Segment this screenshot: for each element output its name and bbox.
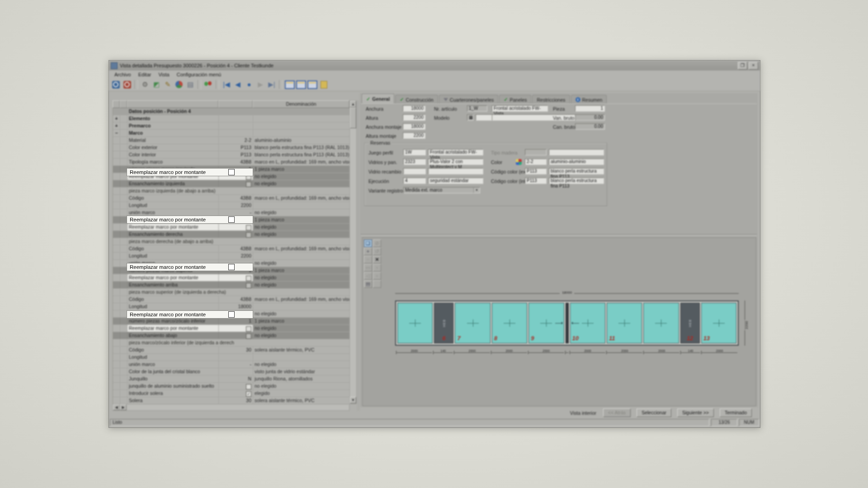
table-row-reemplazar-marco-por-montante[interactable]: Reemplazar marco por montanteno elegido [113, 274, 350, 282]
table-row-longitud[interactable]: Longitud [113, 354, 350, 361]
window-layout-1-icon[interactable] [285, 80, 295, 89]
row-value[interactable] [219, 282, 253, 288]
table-row-pieza-marco-z-calo-inferior-de-izquierda-a-derech[interactable]: pieza marco/zócalo inferior (de izquierd… [113, 339, 350, 347]
highlighted-row-reemplazar-marco[interactable]: Reemplazar marco por montante [127, 311, 253, 318]
row-value[interactable] [219, 325, 253, 332]
table-row-c-digo[interactable]: Código43B8marco en L, profundidad: 169 m… [113, 296, 350, 303]
table-row-introducir-solera[interactable]: Introducir solera✓elegido [113, 390, 350, 397]
table-row-elemento[interactable]: +Elemento [113, 115, 350, 122]
input-can-bruto[interactable]: 0.00 [575, 123, 605, 130]
input-vidrio-recambio[interactable] [403, 168, 426, 174]
highlighted-row-reemplazar-marco[interactable]: Reemplazar marco por montante [127, 216, 253, 223]
nav-last-icon[interactable]: ▶| [267, 80, 277, 89]
close-button[interactable]: × [749, 62, 758, 70]
table-header-cell[interactable]: Denominación [253, 100, 349, 108]
table-row-ensanchamiento-izquierda[interactable]: Ensanchamiento izquierdano elegido [113, 180, 350, 188]
steel-post[interactable]: HEB6 [434, 303, 453, 343]
glass-pane[interactable]: 13 [701, 303, 736, 343]
input-altura-montaje[interactable]: 2200 [403, 132, 425, 139]
checkbox-unchecked[interactable] [246, 384, 251, 389]
window-layout-2-icon[interactable] [296, 80, 306, 89]
export-document-icon[interactable] [319, 80, 329, 89]
input-color[interactable]: 2-2 [525, 159, 547, 165]
no-action-icon[interactable]: ⊘ [373, 239, 381, 247]
table-row-reemplazar-marco-por-montante[interactable]: Reemplazar marco por montanteno elegido [113, 325, 350, 332]
row-expander[interactable]: + [113, 115, 120, 122]
row-expander[interactable]: + [113, 122, 120, 129]
markers-icon[interactable] [203, 80, 213, 89]
table-row-reemplazar-marco-por-montante[interactable]: Reemplazar marco por montanteno elegido [113, 224, 350, 231]
maximize-button[interactable]: ❐ [738, 62, 747, 70]
tab-cuarterones-paneles[interactable]: Cuarterones/paneles [439, 95, 498, 104]
exit-red-icon[interactable] [122, 80, 132, 89]
color-palette-icon[interactable] [516, 159, 522, 165]
table-row-junquillo[interactable]: JunquilloNjunquillo Riona, atornillados [113, 375, 350, 383]
table-row-datos-posici-n-posici-n-4[interactable]: Datos posición - Posición 4 [113, 108, 350, 115]
highlighted-row-checkbox[interactable] [228, 169, 235, 175]
button-terminado[interactable]: Terminado [720, 408, 752, 417]
zoom-in-icon[interactable]: + [364, 248, 372, 255]
input-vidrios-y-pan[interactable]: 2323 [403, 159, 426, 165]
tool-b-icon[interactable]: ▫ [373, 272, 381, 280]
row-value[interactable] [219, 332, 253, 339]
table-row-ensanchamiento-derecha[interactable]: Ensanchamiento derechano elegido [113, 231, 350, 238]
table-row-color-de-la-junta-del-cristal-blanco[interactable]: Color de la junta del cristal blancovist… [113, 368, 350, 375]
table-header-cell[interactable] [113, 100, 120, 108]
table-row-material[interactable]: Material2-2aluminio-aluminio [113, 137, 350, 144]
row-expander[interactable]: − [113, 130, 120, 136]
table-row-longitud[interactable]: Longitud18000 [113, 303, 350, 310]
button-seleccionar[interactable]: Seleccionar [637, 408, 671, 417]
desc-c-digo-color-ext[interactable]: blanco perla estructura fina P113 [549, 168, 604, 174]
menu-item-editar[interactable]: Editar [135, 71, 155, 78]
nav-next-icon[interactable]: ▶ [255, 80, 265, 89]
highlighted-row-reemplazar-marco[interactable]: Reemplazar marco por montante [127, 263, 253, 271]
desc-ejecuci-n[interactable]: seguridad estándar [428, 178, 483, 184]
zoom-out-icon[interactable]: − [364, 256, 372, 263]
pan-view-icon[interactable]: ❏ [364, 239, 372, 247]
refresh-icon[interactable]: ↺ [373, 248, 381, 255]
menu-item-configuraci-n-men[interactable]: Configuración menú [173, 71, 225, 78]
input-juego-perfil[interactable]: 1W [403, 149, 426, 155]
desc-juego-perfil[interactable]: Frontal acristalado FW-Vista [428, 149, 483, 155]
menu-item-archivo[interactable]: Archivo [111, 71, 135, 78]
button-siguiente[interactable]: Siguiente >> [677, 408, 714, 417]
highlighted-row-checkbox[interactable] [228, 216, 235, 223]
glass-pane[interactable]: 7 [455, 303, 490, 343]
desc-vidrios-y-pan[interactable]: Plus-Valor 2 con Multiprotect y M [428, 159, 483, 165]
table-row-color-interior[interactable]: Color interiorP113blanco perla estructur… [113, 151, 350, 159]
table-row-solera[interactable]: Solera30solera aislante térmico, PVC [113, 397, 350, 404]
table-row-uni-n-marco[interactable]: unión marco-no elegido [113, 209, 350, 216]
input-anchura-montaje[interactable]: 18000 [403, 123, 425, 130]
table-row-pieza-marco-izquierda-de-abajo-a-arriba[interactable]: pieza marco izquierda (de abajo a arriba… [113, 188, 350, 195]
row-value[interactable] [219, 231, 253, 238]
tools-icon[interactable]: ⚙ [140, 80, 150, 89]
glass-pane[interactable]: 10 [570, 303, 605, 343]
input-articulo-desc[interactable]: Frontal acristalado FW-Vista [492, 105, 548, 112]
scroll-up-icon[interactable]: ▲ [350, 101, 356, 108]
highlighted-row-reemplazar-marco[interactable]: Reemplazar marco por montante [127, 169, 253, 176]
input-c-digo-color-int[interactable]: P113 [525, 178, 547, 184]
combo-variante-registro[interactable]: Medida ext. marco▼ [403, 187, 480, 193]
tab-paneles[interactable]: ✓Paneles [499, 95, 531, 104]
checkbox-unchecked[interactable] [246, 232, 251, 238]
table-row-n-mero-piezas-marco-z-calo-inferior[interactable]: número piezas marco/zócalo inferior11 pi… [113, 318, 350, 325]
glass-pane[interactable]: 11 [607, 303, 642, 343]
checkbox-unchecked[interactable] [246, 182, 251, 187]
table-header-cell[interactable] [127, 100, 218, 108]
input-c-digo-color-ext[interactable]: P113 [525, 168, 547, 174]
desc-vidrio-recambio[interactable] [428, 168, 483, 174]
panel-splitter[interactable] [357, 100, 359, 411]
table-row-premarco[interactable]: +Premarco [113, 122, 350, 130]
input-altura[interactable]: 2200 [403, 114, 425, 121]
highlighted-row-checkbox[interactable] [228, 311, 235, 318]
scroll-left-icon[interactable]: ◀ [113, 404, 120, 410]
input-pieza[interactable]: 1 [575, 105, 605, 112]
checkbox-unchecked[interactable] [246, 326, 251, 332]
vertical-scrollbar[interactable]: ▲ ▼ [349, 100, 357, 404]
table-row-marco[interactable]: −Marco [113, 130, 350, 137]
checkbox-unchecked[interactable] [246, 333, 251, 339]
highlighted-row-checkbox[interactable] [228, 264, 235, 270]
input-anchura[interactable]: 18000 [403, 105, 425, 112]
glass-pane[interactable]: 8 [492, 303, 527, 343]
table-row-c-digo[interactable]: Código30solera aislante térmico, PVC [113, 347, 350, 354]
